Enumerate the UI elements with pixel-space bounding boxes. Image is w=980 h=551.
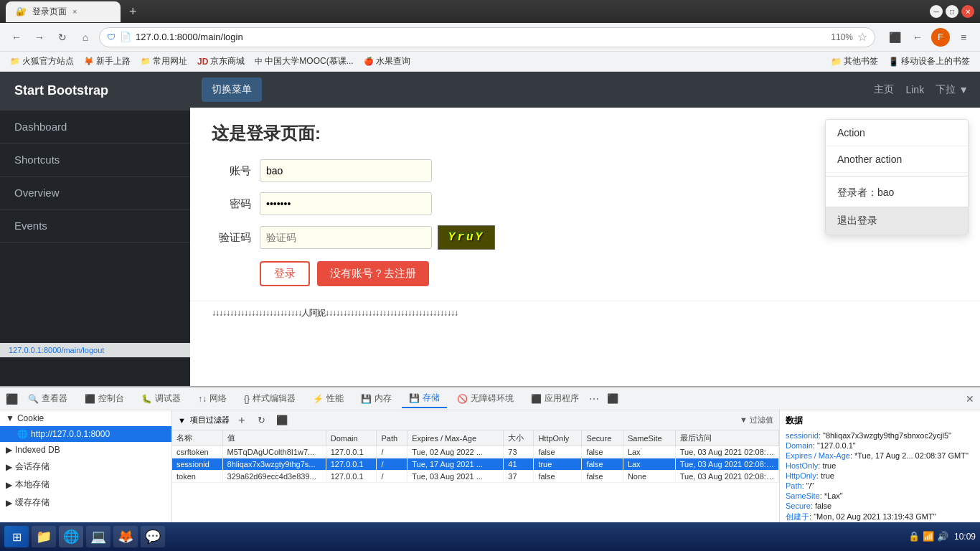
back-alt-btn[interactable]: ←: [908, 28, 927, 47]
forward-btn[interactable]: →: [30, 28, 49, 47]
taskbar-icon-chrome[interactable]: 🌐: [59, 526, 83, 547]
dt-more-btn[interactable]: ⋯: [589, 393, 599, 405]
bookmark-mobile[interactable]: 📱 移动设备上的书签: [884, 54, 974, 69]
events-link[interactable]: Events: [0, 209, 190, 242]
console-icon: ⬛: [85, 394, 95, 404]
browser-tab[interactable]: 🔐 登录页面 ×: [6, 1, 121, 22]
storage-cookie-url[interactable]: 🌐 http://127.0.0.1:8000: [0, 426, 171, 442]
cell-value: 329a62d69ecc4d3e839...: [222, 471, 326, 483]
storage-cookie-header[interactable]: ▼ Cookie: [0, 410, 171, 426]
volume-icon: 🔊: [937, 531, 948, 542]
dt-tab-label: 内存: [374, 392, 392, 405]
dt-tab-app[interactable]: ⬛ 应用程序: [524, 390, 586, 408]
filter-icon: ▼: [178, 416, 186, 425]
prop-key: SameSite: [786, 491, 820, 500]
link-nav[interactable]: Link: [905, 84, 924, 95]
storage-cache[interactable]: ▶ 缓存存储: [0, 494, 171, 512]
dt-add-btn[interactable]: +: [234, 413, 250, 428]
dt-copy-btn[interactable]: ⬛: [274, 413, 290, 428]
username-group: 账号: [212, 159, 814, 182]
main-page-link[interactable]: 主页: [874, 83, 894, 96]
bookmark-jd[interactable]: JD 京东商城: [193, 54, 249, 69]
captcha-input[interactable]: [260, 226, 432, 249]
home-btn[interactable]: ⌂: [76, 28, 95, 47]
login-button[interactable]: 登录: [260, 261, 310, 286]
prop-expires: Expires / Max-Age: *Tue, 17 Aug 2... 02:…: [786, 451, 974, 460]
menu-btn[interactable]: ≡: [954, 28, 973, 47]
storage-local[interactable]: ▶ 本地存储: [0, 476, 171, 494]
bookmark-common[interactable]: 📁 常用网址: [136, 54, 192, 69]
taskbar-icon-files[interactable]: 📁: [32, 526, 56, 547]
back-btn[interactable]: ←: [7, 28, 26, 47]
dropdown-logout[interactable]: 退出登录: [826, 207, 968, 235]
dt-tab-storage[interactable]: 💾 存储: [402, 389, 447, 408]
tab-favicon: 🔐: [16, 6, 27, 17]
sidebar-item-shortcuts[interactable]: Shortcuts: [0, 143, 190, 176]
cell-secure: false: [582, 471, 623, 483]
cell-samesite: Lax: [623, 458, 675, 471]
dt-tab-accessibility[interactable]: 🚫 无障碍环境: [450, 390, 521, 408]
tab-close-btn[interactable]: ×: [72, 7, 77, 16]
dt-tab-style[interactable]: {} 样式编辑器: [237, 390, 303, 408]
dropdown-action[interactable]: Action: [826, 120, 968, 146]
dt-tab-debugger[interactable]: 🐛 调试器: [134, 390, 188, 408]
profile-btn[interactable]: F: [931, 28, 950, 47]
bookmark-newuser[interactable]: 🦊 新手上路: [80, 54, 135, 69]
address-bar[interactable]: 🛡 📄 127.0.0.1:8000/main/login 110% ☆: [99, 27, 875, 47]
session-expand-icon: ▶: [6, 462, 12, 472]
login-title: 这是登录页面:: [212, 122, 814, 145]
extensions-btn[interactable]: ⬛: [885, 28, 904, 47]
bookmark-label: 新手上路: [96, 55, 131, 67]
cookie-row-token[interactable]: token 329a62d69ecc4d3e839... 127.0.0.1 /…: [172, 471, 779, 483]
refresh-btn[interactable]: ↻: [53, 28, 72, 47]
maximize-btn[interactable]: □: [946, 5, 958, 18]
start-button[interactable]: ⊞: [4, 526, 29, 547]
taskbar-icon-browser[interactable]: 🦊: [113, 526, 138, 547]
toggle-menu-btn[interactable]: 切换菜单: [202, 77, 262, 102]
devtools-toolbar: ⬛ 🔍 查看器 ⬛ 控制台 🐛 调试器 ↑↓ 网络 {} 样式编辑器 ⚡ 性能 …: [0, 387, 980, 410]
dt-tab-console[interactable]: ⬛ 控制台: [77, 390, 131, 408]
username-input[interactable]: [260, 159, 432, 182]
dt-dock-btn[interactable]: ⬛: [605, 391, 621, 407]
dt-tab-inspector[interactable]: 🔍 查看器: [21, 390, 75, 408]
new-tab-btn[interactable]: +: [129, 4, 137, 19]
dt-tab-memory[interactable]: 💾 内存: [354, 390, 399, 408]
sidebar-item-overview[interactable]: Overview: [0, 176, 190, 209]
bookmark-fruit[interactable]: 🍎 水果查询: [359, 54, 415, 69]
accessibility-icon: 🚫: [457, 394, 468, 404]
dropdown-btn[interactable]: 下拉 ▼: [936, 83, 969, 96]
prop-key: HttpOnly: [786, 471, 816, 480]
cookie-row-session[interactable]: sessionid 8hliqax7x3wzgty9thg7s... 127.0…: [172, 458, 779, 471]
bookmark-star[interactable]: ☆: [857, 30, 867, 44]
captcha-image[interactable]: YruY: [438, 225, 495, 250]
captcha-group: 验证码 YruY: [212, 225, 814, 250]
dt-refresh-btn[interactable]: ↻: [254, 413, 270, 428]
cookie-row-csrf[interactable]: csrftoken M5TqDAgUColth8I1w7... 127.0.0.…: [172, 446, 779, 458]
bookmark-mooc[interactable]: 中 中国大学MOOC(慕课...: [250, 54, 357, 69]
overview-link[interactable]: Overview: [0, 176, 190, 209]
cell-secure: false: [582, 458, 623, 471]
cell-secure: false: [582, 446, 623, 458]
dropdown-another-action[interactable]: Another action: [826, 146, 968, 173]
prop-key: sessionid: [786, 431, 819, 440]
dt-close-btn[interactable]: ✕: [966, 393, 974, 405]
dashboard-link[interactable]: Dashboard: [0, 110, 190, 143]
sidebar-item-dashboard[interactable]: Dashboard: [0, 110, 190, 143]
prop-path: Path: "/": [786, 481, 974, 490]
dt-tab-perf[interactable]: ⚡ 性能: [306, 390, 351, 408]
shortcuts-link[interactable]: Shortcuts: [0, 143, 190, 176]
dt-tab-label: 查看器: [42, 392, 67, 405]
storage-indexeddb[interactable]: ▶ Indexed DB: [0, 442, 171, 458]
taskbar-icon-ide[interactable]: 💻: [86, 526, 110, 547]
dt-tab-network[interactable]: ↑↓ 网络: [191, 390, 234, 408]
dropdown-container: 下拉 ▼ Action Another action 登录者：bao 退出登录: [936, 83, 969, 96]
taskbar-icon-chat[interactable]: 💬: [141, 526, 165, 547]
register-button[interactable]: 没有账号？去注册: [317, 261, 429, 286]
storage-session[interactable]: ▶ 会话存储: [0, 458, 171, 476]
minimize-btn[interactable]: ─: [930, 5, 943, 18]
close-btn[interactable]: ✕: [961, 5, 974, 18]
bookmark-huhu[interactable]: 📁 火狐官方站点: [6, 54, 78, 69]
sidebar-item-events[interactable]: Events: [0, 209, 190, 242]
password-input[interactable]: [260, 192, 432, 215]
bookmark-other[interactable]: 📁 其他书签: [826, 54, 882, 69]
